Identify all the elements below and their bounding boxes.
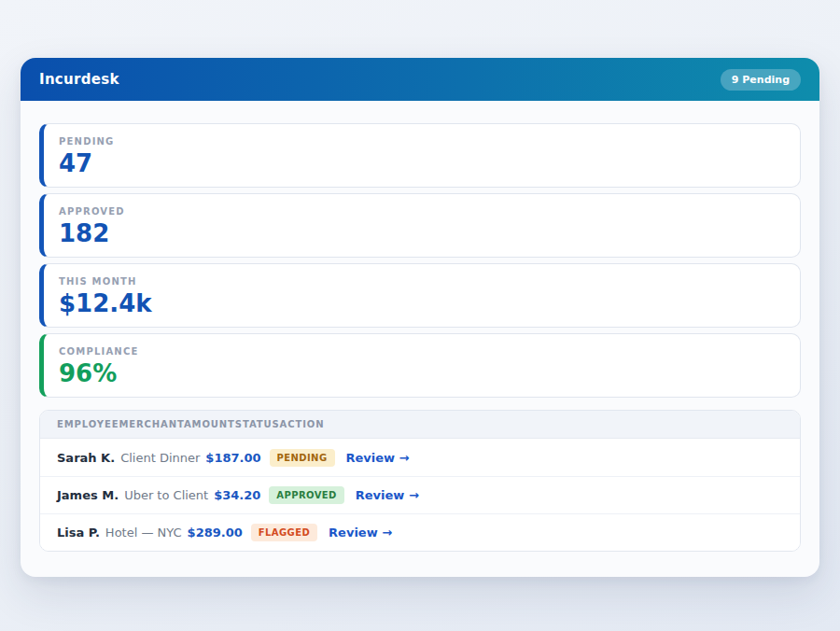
pending-count-badge: 9 Pending (721, 69, 801, 91)
expense-amount: $34.20 (214, 488, 260, 502)
stat-value: 47 (59, 151, 785, 176)
review-link[interactable]: Review → (329, 526, 392, 540)
stat-label: PENDING (59, 136, 785, 147)
app-title: Incurdesk (39, 71, 119, 88)
stat-value: 96% (59, 361, 785, 386)
panel-content: PENDING 47 APPROVED 182 THIS MONTH $12.4… (21, 101, 819, 574)
employee-name: Lisa P. (57, 526, 100, 540)
review-link[interactable]: Review → (356, 488, 419, 502)
column-header-amount: AMOUNT (184, 419, 235, 429)
merchant-name: Hotel — NYC (105, 526, 182, 540)
column-header-employee: EMPLOYEE (57, 419, 119, 429)
status-badge: PENDING (270, 449, 335, 467)
stat-label: THIS MONTH (59, 276, 785, 287)
employee-name: Sarah K. (57, 451, 115, 465)
merchant-name: Uber to Client (124, 488, 208, 502)
stat-card-this-month: THIS MONTH $12.4k (39, 263, 801, 328)
incurdesk-panel: Incurdesk 9 Pending PENDING 47 APPROVED … (21, 58, 819, 577)
stat-value: 182 (59, 221, 785, 246)
expense-amount: $289.00 (188, 526, 243, 540)
table-row: Lisa P. Hotel — NYC $289.00 FLAGGED Revi… (40, 513, 800, 551)
column-header-status: STATUS (235, 419, 280, 429)
app-header: Incurdesk 9 Pending (21, 58, 819, 101)
table-row: Sarah K. Client Dinner $187.00 PENDING R… (40, 439, 800, 476)
column-header-action: ACTION (280, 419, 325, 429)
review-link[interactable]: Review → (346, 451, 410, 465)
stat-card-approved: APPROVED 182 (39, 193, 801, 258)
table-header-row: EMPLOYEEMERCHANTAMOUNTSTATUSACTION (40, 411, 800, 439)
status-badge: FLAGGED (251, 524, 317, 541)
stat-card-compliance: COMPLIANCE 96% (39, 333, 801, 398)
stat-label: COMPLIANCE (59, 346, 785, 357)
stat-value: $12.4k (59, 291, 785, 316)
stat-label: APPROVED (59, 206, 785, 217)
employee-name: James M. (57, 488, 119, 502)
stat-card-pending: PENDING 47 (39, 123, 801, 188)
expense-amount: $187.00 (205, 451, 260, 465)
table-row: James M. Uber to Client $34.20 APPROVED … (40, 476, 800, 513)
expense-table: EMPLOYEEMERCHANTAMOUNTSTATUSACTION Sarah… (39, 410, 801, 552)
merchant-name: Client Dinner (120, 451, 200, 465)
status-badge: APPROVED (269, 486, 343, 504)
column-header-merchant: MERCHANT (119, 419, 184, 429)
